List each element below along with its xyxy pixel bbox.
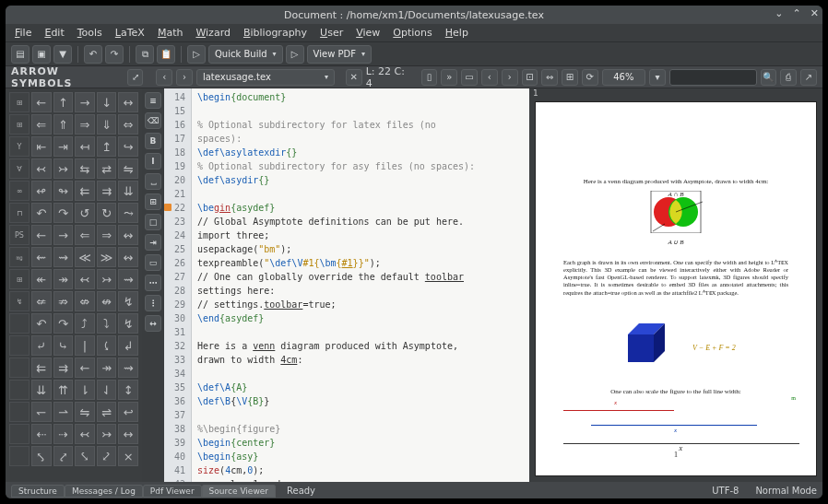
quickbuild-dropdown[interactable]: Quick Build (208, 45, 283, 64)
arrow-symbol-14-4[interactable]: ⇌ (97, 402, 117, 422)
arrow-symbol-10-3[interactable]: ⤴ (75, 313, 95, 334)
status-tab-messages-log[interactable]: Messages / Log (65, 485, 143, 498)
nav-fwd-button[interactable]: › (176, 69, 193, 86)
arrow-symbol-1-4[interactable]: ⇓ (97, 114, 117, 135)
arrow-symbol-12-3[interactable]: ← (75, 357, 95, 378)
arrow-symbol-3-4[interactable]: ⇄ (97, 158, 117, 179)
quick-insert-7[interactable]: ⇥ (145, 234, 161, 251)
zoom-fit-button[interactable]: ⊡ (522, 69, 538, 86)
arrow-symbol-15-3[interactable]: ↢ (75, 424, 95, 444)
arrow-symbol-5-4[interactable]: ↻ (97, 203, 117, 223)
arrow-symbol-2-3[interactable]: ↤ (75, 136, 95, 157)
menu-wizard[interactable]: Wizard (195, 27, 231, 39)
arrow-symbol-1-5[interactable]: ⇔ (118, 114, 138, 135)
quick-insert-8[interactable]: ▭ (145, 254, 161, 271)
palette-category-4[interactable]: ∞ (9, 181, 30, 201)
quick-insert-11[interactable]: ↔ (145, 315, 161, 332)
arrow-symbol-10-5[interactable]: ↯ (118, 313, 138, 334)
arrow-symbol-12-5[interactable]: ⇝ (118, 357, 138, 378)
palette-popout-icon[interactable]: ⤢ (127, 69, 144, 86)
arrow-symbol-10-1[interactable]: ↶ (31, 313, 52, 334)
zoom-dropdown-icon[interactable]: ▾ (649, 69, 666, 86)
arrow-symbol-1-1[interactable]: ⇐ (31, 114, 52, 135)
arrow-symbol-4-5[interactable]: ⇊ (118, 181, 138, 201)
arrow-symbol-10-4[interactable]: ⤵ (97, 313, 117, 334)
menu-view[interactable]: View (356, 27, 380, 39)
close-button[interactable]: ✕ (810, 7, 819, 19)
zoom-out-button[interactable]: ‹ (481, 69, 498, 86)
copy-button[interactable]: ⧉ (136, 45, 154, 64)
sync-button[interactable]: ⟳ (582, 69, 598, 86)
run-button[interactable]: ▷ (187, 45, 206, 64)
palette-category-12[interactable] (9, 357, 30, 378)
arrow-symbol-3-2[interactable]: ↣ (53, 158, 74, 179)
menu-bibliography[interactable]: Bibliography (243, 27, 307, 39)
arrow-symbol-10-2[interactable]: ↷ (53, 313, 74, 334)
arrow-symbol-13-4[interactable]: ⇃ (97, 380, 117, 400)
maximize-button[interactable]: ⌃ (793, 7, 801, 19)
arrow-symbol-13-1[interactable]: ⇊ (31, 380, 52, 400)
menu-help[interactable]: Help (445, 27, 468, 39)
arrow-symbol-11-5[interactable]: ↲ (118, 335, 138, 356)
arrow-symbol-9-4[interactable]: ↮ (97, 291, 117, 311)
menu-file[interactable]: File (15, 27, 31, 39)
status-tab-source-viewer[interactable]: Source Viewer (202, 485, 276, 498)
arrow-symbol-0-4[interactable]: ↓ (97, 92, 117, 112)
arrow-symbol-1-3[interactable]: ⇒ (75, 114, 95, 135)
arrow-symbol-7-4[interactable]: ≫ (97, 247, 117, 267)
status-tab-pdf-viewer[interactable]: Pdf Viewer (143, 485, 202, 498)
quick-insert-9[interactable]: ⋯ (145, 275, 161, 291)
palette-category-2[interactable]: Y (9, 136, 30, 157)
status-tab-structure[interactable]: Structure (11, 485, 65, 498)
arrow-symbol-5-3[interactable]: ↺ (75, 203, 95, 223)
arrow-symbol-3-3[interactable]: ⇆ (75, 158, 95, 179)
quick-insert-6[interactable]: □ (145, 214, 161, 230)
arrow-symbol-6-4[interactable]: ⇒ (97, 225, 117, 245)
code-content[interactable]: \begin{document} % Optional subdirectory… (192, 88, 529, 482)
view-run-button[interactable]: ▷ (286, 45, 304, 64)
arrow-symbol-2-2[interactable]: ⇥ (53, 136, 74, 157)
arrow-symbol-13-3[interactable]: ⇂ (75, 380, 95, 400)
arrow-symbol-2-4[interactable]: ↥ (97, 136, 117, 157)
paste-button[interactable]: 📋 (157, 45, 175, 64)
arrow-symbol-9-5[interactable]: ↯ (118, 291, 138, 311)
quick-insert-3[interactable]: I (145, 153, 161, 170)
zoom-actual-button[interactable]: ⊞ (562, 69, 578, 86)
arrow-symbol-11-2[interactable]: ⤷ (53, 335, 74, 356)
arrow-symbol-15-2[interactable]: ⇢ (53, 424, 74, 444)
arrow-symbol-0-5[interactable]: ↔ (118, 92, 138, 112)
arrow-symbol-5-5[interactable]: ⤳ (118, 203, 138, 223)
zoom-level[interactable]: 46% (602, 69, 645, 86)
arrow-symbol-16-3[interactable]: ⤥ (75, 446, 95, 466)
arrow-symbol-14-1[interactable]: ↽ (31, 402, 52, 422)
palette-category-11[interactable] (9, 335, 30, 356)
menu-math[interactable]: Math (158, 27, 183, 39)
arrow-symbol-9-2[interactable]: ⇏ (53, 291, 74, 311)
arrow-symbol-1-2[interactable]: ⇑ (53, 114, 74, 135)
palette-category-8[interactable]: ⊞ (9, 269, 30, 289)
menu-edit[interactable]: Edit (44, 27, 64, 39)
arrow-symbol-12-1[interactable]: ⇇ (31, 357, 52, 378)
print-button[interactable]: ⎙ (780, 69, 797, 86)
arrow-symbol-9-3[interactable]: ⇎ (75, 291, 95, 311)
menu-latex[interactable]: LaTeX (115, 27, 145, 39)
arrow-symbol-4-4[interactable]: ⇉ (97, 181, 117, 201)
quick-insert-0[interactable]: ≡ (145, 92, 161, 109)
arrow-symbol-6-5[interactable]: ↭ (118, 225, 138, 245)
arrow-symbol-4-2[interactable]: ↬ (53, 181, 74, 201)
palette-category-7[interactable]: ㎎ (9, 247, 30, 267)
arrow-symbol-9-1[interactable]: ⇍ (31, 291, 52, 311)
arrow-symbol-3-5[interactable]: ⇋ (118, 158, 138, 179)
zoom-in-button[interactable]: › (502, 69, 518, 86)
open-file-button[interactable]: ▣ (32, 45, 51, 64)
arrow-symbol-8-1[interactable]: ↞ (31, 269, 52, 289)
palette-category-3[interactable]: ∀ (9, 158, 30, 179)
save-file-button[interactable]: ▼ (53, 45, 72, 64)
arrow-symbol-16-1[interactable]: ⤣ (31, 446, 52, 466)
arrow-symbol-16-2[interactable]: ⤤ (53, 446, 74, 466)
arrow-symbol-16-4[interactable]: ⤦ (97, 446, 117, 466)
viewpdf-dropdown[interactable]: View PDF (307, 45, 372, 64)
palette-category-13[interactable] (9, 380, 30, 400)
arrow-symbol-4-1[interactable]: ↫ (31, 181, 52, 201)
arrow-symbol-13-2[interactable]: ⇈ (53, 380, 74, 400)
